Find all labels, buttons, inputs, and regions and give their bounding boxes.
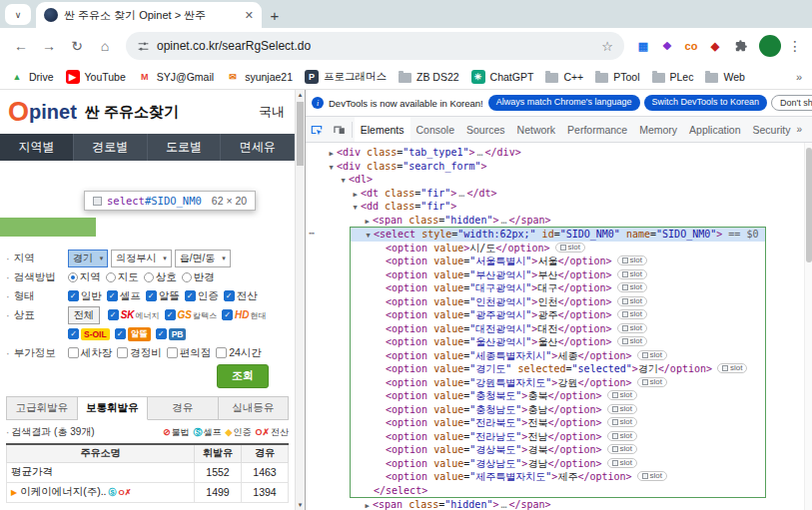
extensions-puzzle-icon[interactable] (728, 33, 754, 59)
devtools-dom-node[interactable]: <option value="경상남도">경남</option>slot (351, 457, 765, 471)
slot-adorner-badge[interactable]: slot (617, 309, 647, 319)
station-type-option[interactable]: ✓일반 (68, 289, 102, 303)
slot-adorner-badge[interactable]: slot (717, 363, 747, 373)
devtools-tab-network[interactable]: Network (511, 117, 562, 142)
bookmark-item[interactable]: C++ (545, 70, 583, 84)
fuel-tab[interactable]: 고급휘발유 (6, 396, 78, 420)
station-type-option[interactable]: ✓알뜰 (146, 289, 180, 303)
devtools-scrollbar[interactable] (804, 143, 812, 510)
search-submit-button[interactable]: 조회 (217, 364, 269, 388)
scroll-up-icon[interactable]: ▴ (296, 91, 305, 99)
fuel-tab[interactable]: 경유 (148, 396, 219, 420)
devtools-dom-node[interactable]: ▼<div class="search_form"> (306, 160, 812, 174)
fuel-tab[interactable]: 실내등유 (219, 396, 290, 420)
region-select[interactable]: 경기▾ (68, 250, 109, 267)
checkbox-icon[interactable] (167, 347, 178, 358)
radio-icon[interactable] (106, 272, 116, 282)
brand-option[interactable]: ✓GS칼텍스 (165, 309, 217, 321)
bookmark-item[interactable]: PLec (652, 70, 694, 84)
brand-option[interactable]: ✓알뜰 (115, 327, 151, 341)
bookmark-item[interactable]: ▲Drive (10, 70, 54, 84)
checkbox-icon[interactable]: ✓ (146, 290, 157, 301)
slot-adorner-badge[interactable]: slot (617, 255, 647, 265)
brand-option[interactable]: ✓SK에너지 (108, 309, 160, 321)
devtools-dom-node[interactable]: <option value="울산광역시">울산</option>slot (351, 335, 765, 349)
slot-adorner-badge[interactable]: slot (607, 444, 637, 454)
search-method-option[interactable]: 상호 (144, 270, 177, 284)
region-select[interactable]: 의정부시▾ (111, 250, 172, 267)
devtools-dom-node[interactable]: ▶<div class="tab_type1">…</div> (306, 146, 812, 160)
devtools-dom-node[interactable]: <option value="광주광역시">광주</option>slot (351, 308, 765, 322)
checkbox-icon[interactable]: ✓ (68, 328, 79, 339)
checkbox-icon[interactable]: ✓ (222, 309, 233, 320)
browser-tab[interactable]: 싼 주유소 찾기 Opinet > 싼주 ✕ (36, 2, 262, 28)
devtools-dom-node[interactable]: ▶<span class="hidden">…</span> (306, 498, 812, 510)
devtools-dom-node[interactable]: <option value="세종특별자치시">세종</option>slot (351, 349, 765, 363)
devtools-dom-node[interactable]: <option value="대전광역시">대전</option>slot (351, 322, 765, 336)
devtools-dom-node[interactable]: <option value="강원특별자치도">강원</option>slot (351, 376, 765, 390)
device-toolbar-icon[interactable] (328, 123, 350, 137)
region-select[interactable]: 읍/면/동▾ (175, 250, 231, 267)
devtools-tab-sources[interactable]: Sources (460, 117, 511, 142)
devtools-dom-node[interactable]: <option value="경상북도">경북</option>slot (351, 443, 765, 457)
checkbox-icon[interactable]: ✓ (108, 309, 119, 320)
checkbox-icon[interactable]: ✓ (224, 290, 235, 301)
slot-adorner-badge[interactable]: slot (637, 350, 667, 360)
checkbox-icon[interactable]: ✓ (115, 328, 126, 339)
bookmark-item[interactable]: ✳ChatGPT (471, 70, 534, 84)
devtools-dom-node[interactable]: <option value="부산광역시">부산</option>slot (351, 268, 765, 282)
extension-icon[interactable]: ▦ (632, 35, 654, 57)
page-scrollbar[interactable]: ▴ ▾ (295, 90, 305, 510)
header-menu-item[interactable]: 국내 (259, 103, 287, 121)
forward-icon[interactable]: → (36, 33, 62, 59)
bookmark-star-icon[interactable]: ☆ (601, 39, 613, 54)
slot-adorner-badge[interactable]: slot (617, 296, 647, 306)
more-tabs-icon[interactable]: » (796, 124, 812, 135)
bookmark-item[interactable]: ✉syunjae21 (226, 70, 293, 84)
brand-option[interactable]: ✓PB (156, 327, 187, 341)
devtools-tab-application[interactable]: Application (683, 117, 746, 142)
slot-adorner-badge[interactable]: slot (617, 323, 647, 333)
devtools-dom-node[interactable]: </select> (351, 484, 765, 498)
slot-adorner-badge[interactable]: slot (607, 390, 637, 400)
radio-icon[interactable] (144, 272, 154, 282)
menu-icon[interactable]: ⋮ (786, 38, 804, 54)
devtools-dom-node[interactable]: <option value="경기도" selected="selected">… (351, 362, 765, 376)
price-table-row[interactable]: 평균가격15521463 (7, 462, 289, 482)
devtools-dom-node[interactable]: ▼<dd class="fir"> (306, 200, 812, 214)
brand-option[interactable]: ✓S-OIL (68, 327, 110, 341)
slot-adorner-badge[interactable]: slot (617, 282, 647, 292)
radio-icon[interactable] (68, 272, 78, 282)
extra-info-option[interactable]: 24시간 (216, 346, 262, 360)
extra-info-option[interactable]: 편의점 (167, 346, 212, 360)
slot-adorner-badge[interactable]: slot (637, 471, 667, 481)
devtools-dom-node[interactable]: <option value="제주특별자치도">제주</option>slot (351, 470, 765, 484)
brand-all-button[interactable]: 전체 (68, 306, 100, 324)
devtools-dom-node[interactable]: ▼<dl> (306, 173, 812, 187)
slot-adorner-badge[interactable]: slot (617, 336, 647, 346)
slot-adorner-badge[interactable]: slot (617, 269, 647, 279)
site-settings-icon[interactable] (137, 40, 150, 53)
radio-icon[interactable] (182, 272, 192, 282)
home-icon[interactable]: ⌂ (92, 33, 118, 59)
site-menu-tab[interactable]: 면세유 (221, 134, 295, 161)
reload-icon[interactable]: ↻ (64, 33, 90, 59)
bookmark-item[interactable]: PTool (595, 70, 639, 84)
extension-icon[interactable]: ❖ (656, 35, 678, 57)
slot-adorner-badge[interactable]: slot (607, 404, 637, 414)
checkbox-icon[interactable]: ✓ (107, 290, 118, 301)
checkbox-icon[interactable] (68, 347, 79, 358)
devtools-scrollbar-thumb[interactable] (806, 148, 812, 262)
devtools-dom-node[interactable]: <option value="전라북도">전북</option>slot (351, 416, 765, 430)
extension-icon[interactable]: ◆ (704, 35, 726, 57)
devtools-dom-node[interactable]: <option value="충청남도">충남</option>slot (351, 403, 765, 417)
scroll-down-icon[interactable]: ▾ (296, 501, 305, 509)
bookmarks-overflow-icon[interactable]: » (796, 71, 802, 83)
slot-adorner-badge[interactable]: slot (637, 377, 667, 387)
search-method-option[interactable]: 반경 (182, 270, 215, 284)
node-options-dots-icon[interactable]: ⋯ (309, 227, 316, 241)
devtools-tab-elements[interactable]: Elements (355, 117, 410, 142)
brand-option[interactable]: ✓HD현대 (222, 309, 266, 321)
bookmark-item[interactable]: MSYJ@Gmail (138, 70, 214, 84)
station-type-option[interactable]: ✓전산 (224, 289, 258, 303)
